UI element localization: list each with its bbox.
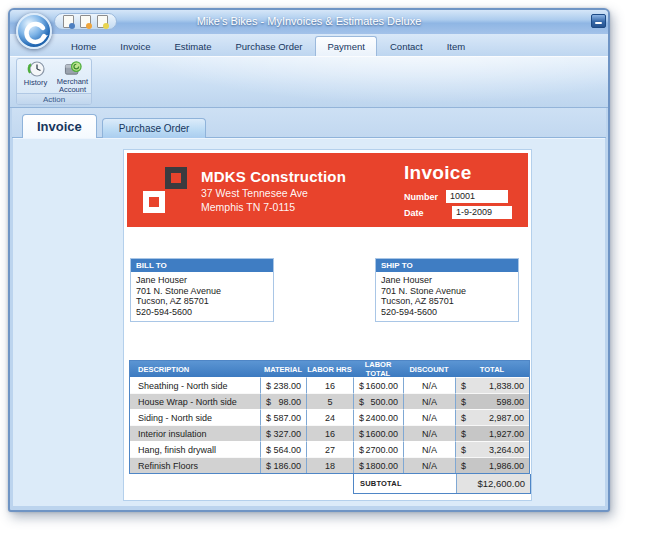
invoice-date-field[interactable]: 1-9-2009 (452, 206, 512, 219)
bill-to-body: Jane Houser701 N. Stone AvenueTucson, AZ… (131, 272, 273, 321)
cell-total: $1,986.00 (455, 457, 529, 473)
cell-labor-total: $1600.00 (353, 377, 403, 393)
subtotal-value: $12,600.00 (456, 474, 530, 493)
company-address-line: 37 West Tennesee Ave (201, 187, 346, 199)
minimize-button[interactable] (591, 14, 606, 28)
merchant-account-button[interactable]: Merchant Account (54, 59, 91, 94)
invoice-date-label: Date (404, 208, 452, 218)
document-icon[interactable] (63, 15, 74, 28)
cell-labor-hrs: 16 (306, 425, 353, 441)
table-body: Sheathing - North side$238.0016$1600.00N… (130, 377, 529, 473)
ribbon-tab-estimate[interactable]: Estimate (163, 37, 222, 56)
cell-labor-total: $2700.00 (353, 441, 403, 457)
ribbon-tab-contact[interactable]: Contact (379, 37, 434, 56)
table-header-row: DESCRIPTIONMATERIALLABOR HRSLABOR TOTALD… (130, 361, 529, 377)
ribbon-tab-purchase-order[interactable]: Purchase Order (224, 37, 313, 56)
line-items-table: DESCRIPTIONMATERIALLABOR HRSLABOR TOTALD… (129, 360, 530, 474)
quick-access-toolbar (54, 13, 117, 30)
column-header-discount: DISCOUNT (403, 365, 455, 374)
desktop-background: Mike's Bikes - MyInvoices & Estimates De… (0, 0, 648, 544)
table-row: Refinish Floors$186.0018$1800.00N/A$1,98… (130, 457, 529, 473)
cell-labor-hrs: 5 (306, 393, 353, 409)
cell-discount: N/A (403, 393, 455, 409)
cell-material: $186.00 (260, 457, 306, 473)
history-button[interactable]: History (17, 59, 54, 94)
cell-total: $598.00 (455, 393, 529, 409)
address-line: Jane Houser (381, 275, 513, 286)
cell-description: Interior insulation (130, 425, 260, 441)
subtotal-label: SUBTOTAL (354, 474, 456, 493)
table-row: Sheathing - North side$238.0016$1600.00N… (130, 377, 529, 393)
ship-to-header: SHIP TO (376, 259, 518, 272)
bill-to-header: BILL TO (131, 259, 273, 272)
invoice-document: MDKS Construction 37 West Tennesee Ave M… (123, 149, 532, 501)
company-name: MDKS Construction (201, 168, 346, 185)
cell-material: $564.00 (260, 441, 306, 457)
invoice-title: Invoice (404, 162, 518, 184)
cell-discount: N/A (403, 425, 455, 441)
favorites-star-icon[interactable] (80, 15, 91, 28)
table-row: Interior insulation$327.0016$1600.00N/A$… (130, 425, 529, 441)
cell-description: House Wrap - North side (130, 393, 260, 409)
ribbon-tab-home[interactable]: Home (60, 37, 107, 56)
cell-labor-hrs: 24 (306, 409, 353, 425)
history-clock-icon (26, 60, 46, 78)
invoice-number-field[interactable]: 10001 (446, 190, 508, 203)
ship-to-body: Jane Houser701 N. Stone AvenueTucson, AZ… (376, 272, 518, 321)
cell-total: $1,838.00 (455, 377, 529, 393)
cell-material: $98.00 (260, 393, 306, 409)
company-logo-icon (143, 167, 189, 213)
cell-labor-total: $2400.00 (353, 409, 403, 425)
document-tab-invoice[interactable]: Invoice (22, 114, 97, 138)
column-header-labor-total: LABOR TOTAL (353, 360, 403, 378)
invoice-number-label: Number (404, 192, 446, 202)
cell-total: $3,264.00 (455, 441, 529, 457)
cell-description: Sheathing - North side (130, 377, 260, 393)
ribbon-tab-item[interactable]: Item (436, 37, 476, 56)
report-document-icon[interactable] (97, 15, 108, 28)
cell-material: $587.00 (260, 409, 306, 425)
app-logo-swirl-icon (22, 19, 50, 47)
address-line: 701 N. Stone Avenue (381, 286, 513, 297)
cell-discount: N/A (403, 441, 455, 457)
address-line: 520-594-5600 (381, 307, 513, 318)
table-row: Siding - North side$587.0024$2400.00N/A$… (130, 409, 529, 425)
cell-labor-total: $500.00 (353, 393, 403, 409)
table-row: House Wrap - North side$98.005$500.00N/A… (130, 393, 529, 409)
cell-description: Hang, finish drywall (130, 441, 260, 457)
history-button-label: History (24, 79, 47, 87)
application-menu-orb[interactable] (16, 13, 52, 49)
cell-discount: N/A (403, 457, 455, 473)
cell-total: $2,987.00 (455, 409, 529, 425)
cell-total: $1,927.00 (455, 425, 529, 441)
invoice-header-banner: MDKS Construction 37 West Tennesee Ave M… (127, 153, 528, 227)
cell-description: Siding - North side (130, 409, 260, 425)
subtotal-row: SUBTOTAL $12,600.00 (353, 474, 531, 494)
cell-discount: N/A (403, 409, 455, 425)
app-window: Mike's Bikes - MyInvoices & Estimates De… (8, 8, 610, 512)
document-tab-purchase-order[interactable]: Purchase Order (102, 118, 207, 138)
address-line: Tucson, AZ 85701 (381, 296, 513, 307)
company-info: MDKS Construction 37 West Tennesee Ave M… (201, 168, 346, 213)
column-header-total: TOTAL (455, 365, 529, 374)
company-address-line: Memphis TN 7-0115 (201, 201, 346, 213)
cell-material: $238.00 (260, 377, 306, 393)
address-line: 520-594-5600 (136, 307, 268, 318)
cell-labor-hrs: 18 (306, 457, 353, 473)
ribbon-tab-invoice[interactable]: Invoice (109, 37, 161, 56)
table-row: Hang, finish drywall$564.0027$2700.00N/A… (130, 441, 529, 457)
ribbon-tab-bar: HomeInvoiceEstimatePurchase OrderPayment… (10, 34, 608, 56)
address-section: BILL TO Jane Houser701 N. Stone AvenueTu… (124, 258, 531, 322)
column-header-labor-hrs: LABOR HRS (306, 365, 353, 374)
merchant-wallet-icon (63, 60, 83, 77)
ribbon-panel: History Merchant Account Action (10, 56, 608, 108)
column-header-description: DESCRIPTION (130, 365, 260, 374)
document-tab-bar: InvoicePurchase Order (12, 108, 606, 138)
cell-material: $327.00 (260, 425, 306, 441)
action-group-label: Action (17, 93, 91, 104)
ribbon-tab-payment[interactable]: Payment (315, 36, 377, 56)
cell-discount: N/A (403, 377, 455, 393)
action-group: History Merchant Account Action (16, 58, 92, 105)
address-line: 701 N. Stone Avenue (136, 286, 268, 297)
invoice-meta: Invoice Number 10001 Date 1-9-2009 (404, 162, 518, 219)
